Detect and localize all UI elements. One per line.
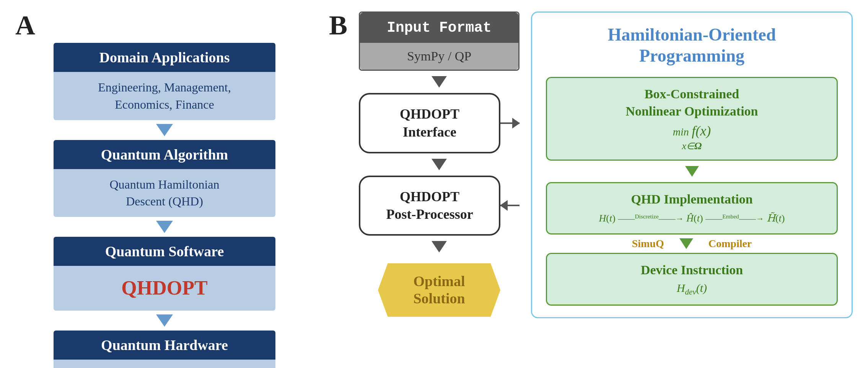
section-a: A Domain Applications Engineering, Manag… bbox=[15, 11, 314, 368]
optimal-line2: Solution bbox=[413, 290, 465, 306]
arrow-center-1 bbox=[432, 76, 447, 88]
quantum-algorithm-header: Quantum Algorithm bbox=[54, 140, 275, 169]
qhdopt-interface-box: QHDOPT Interface bbox=[359, 93, 500, 153]
qhd-implementation-title: QHD Implementation bbox=[559, 191, 825, 208]
postprocessor-row: QHDOPT Post-Processor bbox=[359, 176, 519, 236]
input-format-container: Input Format SymPy / QP bbox=[359, 11, 519, 71]
qhdopt-postprocessor-box: QHDOPT Post-Processor bbox=[359, 176, 500, 236]
qhd-implementation-box: QHD Implementation H(t) ——Discretize——→ … bbox=[546, 182, 838, 234]
arrow-1 bbox=[156, 124, 173, 136]
device-instruction-box: Device Instruction Hdev(t) bbox=[546, 253, 838, 306]
simuq-compiler-row: SimuQ Compiler bbox=[546, 238, 838, 250]
section-a-label: A bbox=[15, 11, 35, 39]
quantum-hardware-block: Quantum Hardware D-Wave, IonQ,Classical … bbox=[54, 331, 275, 368]
box-constrained-math: min f(x) x∈Ω bbox=[559, 123, 825, 152]
center-flow: Input Format SymPy / QP QHDOPT Interface… bbox=[359, 11, 519, 317]
device-instruction-math: Hdev(t) bbox=[559, 282, 825, 297]
arrow-center-3 bbox=[432, 241, 447, 252]
section-a-flow: Domain Applications Engineering, Managem… bbox=[15, 43, 314, 368]
box-constrained-box: Box-ConstrainedNonlinear Optimization mi… bbox=[546, 77, 838, 160]
main-container: A Domain Applications Engineering, Manag… bbox=[0, 0, 868, 368]
domain-applications-body: Engineering, Management,Economics, Finan… bbox=[54, 72, 275, 120]
qhd-implementation-math: H(t) ——Discretize——→ Ĥ(t) ——Embed——→ H̃(… bbox=[559, 211, 825, 226]
section-b: B Input Format SymPy / QP QHDOPT Interfa… bbox=[329, 11, 853, 318]
domain-applications-block: Domain Applications Engineering, Managem… bbox=[54, 43, 275, 120]
quantum-algorithm-body: Quantum HamiltonianDescent (QHD) bbox=[54, 169, 275, 217]
arrow-3 bbox=[156, 314, 173, 327]
quantum-hardware-header: Quantum Hardware bbox=[54, 331, 275, 360]
input-format-title: Input Format bbox=[360, 13, 518, 43]
arrow-right-1 bbox=[500, 122, 519, 124]
quantum-algorithm-block: Quantum Algorithm Quantum HamiltonianDes… bbox=[54, 140, 275, 217]
sympy-subtitle: SymPy / QP bbox=[360, 43, 518, 70]
arrow-2 bbox=[156, 221, 173, 233]
section-b-label: B bbox=[329, 11, 347, 39]
quantum-software-block: Quantum Software QHDOPT bbox=[54, 237, 275, 311]
device-instruction-title: Device Instruction bbox=[559, 262, 825, 278]
domain-applications-header: Domain Applications bbox=[54, 43, 275, 72]
arrow-left-1 bbox=[500, 205, 519, 206]
arrow-green-2 bbox=[679, 238, 693, 249]
arrow-green-1 bbox=[685, 166, 699, 177]
optimal-line1: Optimal bbox=[413, 273, 465, 289]
qhdopt-postprocessor-line2: Post-Processor bbox=[386, 207, 473, 222]
qhdopt-interface-line1: QHDOPT bbox=[400, 106, 459, 122]
quantum-software-header: Quantum Software bbox=[54, 237, 275, 266]
simuq-label: SimuQ bbox=[632, 238, 664, 250]
qhdopt-postprocessor-line1: QHDOPT bbox=[400, 189, 459, 204]
optimal-solution-text: Optimal Solution bbox=[413, 273, 465, 308]
quantum-hardware-body: D-Wave, IonQ,Classical Simulator (QuTiP) bbox=[54, 360, 275, 368]
quantum-software-body: QHDOPT bbox=[54, 266, 275, 311]
hop-title: Hamiltonian-OrientedProgramming bbox=[608, 24, 776, 66]
qhdopt-interface-line2: Interface bbox=[403, 124, 456, 140]
hop-panel: Hamiltonian-OrientedProgramming Box-Cons… bbox=[531, 11, 853, 318]
compiler-label: Compiler bbox=[708, 238, 752, 250]
interface-row: QHDOPT Interface bbox=[359, 93, 519, 153]
arrow-center-2 bbox=[432, 159, 447, 170]
optimal-solution-hexagon: Optimal Solution bbox=[378, 263, 500, 317]
box-constrained-title: Box-ConstrainedNonlinear Optimization bbox=[559, 86, 825, 119]
